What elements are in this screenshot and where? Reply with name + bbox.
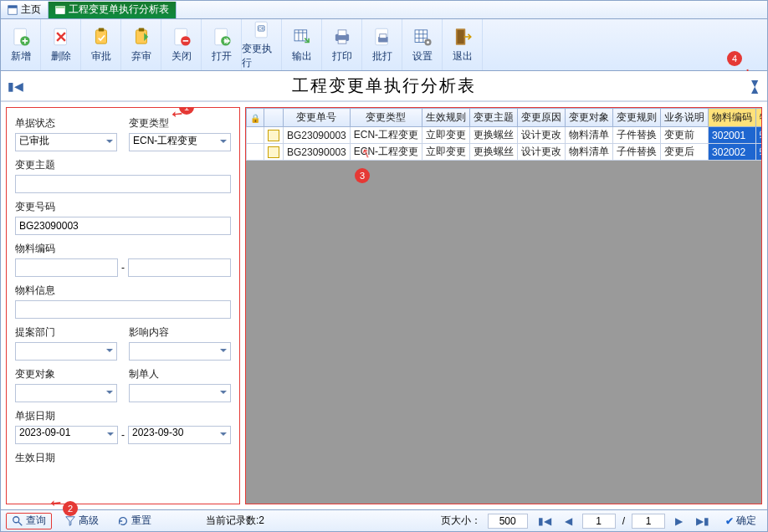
nav-last[interactable]: ▶▮ <box>693 515 713 527</box>
cell-reason: 设计更改 <box>518 127 566 144</box>
svg-rect-7 <box>95 30 106 43</box>
cell-effrule: 立即变更 <box>422 127 470 144</box>
toolbar-export[interactable]: 输出 <box>282 19 322 70</box>
row-check[interactable] <box>264 144 284 161</box>
col-effrule[interactable]: 生效规则 <box>422 109 470 127</box>
label-docdate: 单据日期 <box>15 409 231 423</box>
input-matcode-to[interactable] <box>128 258 231 277</box>
toolbar-open[interactable]: 打开 <box>202 19 242 70</box>
table-row[interactable]: BG23090003ECN-工程变更立即变更更换螺丝设计更改物料清单子件替换变更… <box>247 127 762 144</box>
lock-icon: 🔒 <box>250 114 260 123</box>
status-bar: 查询 高级 重置 当前记录数:2 页大小： ▮◀ ◀ / ▶ ▶▮ ✔ 确定 <box>1 509 767 531</box>
cell-mat: 螺 <box>756 127 761 144</box>
cell-effrule: 立即变更 <box>422 144 470 161</box>
input-pagesize[interactable] <box>488 514 528 529</box>
nav-next[interactable]: ▶ <box>672 515 686 527</box>
input-subject[interactable] <box>15 175 231 193</box>
svg-rect-1 <box>8 5 18 8</box>
row-check[interactable] <box>264 127 284 144</box>
input-page[interactable] <box>582 514 616 529</box>
select-impact[interactable] <box>129 342 231 361</box>
select-creator[interactable] <box>129 384 231 402</box>
svg-rect-3 <box>56 6 65 8</box>
col-lock[interactable]: 🔒 <box>247 109 264 127</box>
col-mat[interactable]: 物 <box>756 109 761 127</box>
input-chgno[interactable] <box>15 217 231 235</box>
col-chgrule[interactable]: 变更规则 <box>613 109 661 127</box>
nav-first[interactable]: ▮◀ <box>535 515 555 527</box>
col-bizdesc[interactable]: 业务说明 <box>661 109 709 127</box>
label-chgno: 变更号码 <box>15 200 231 214</box>
refresh-icon <box>117 515 129 527</box>
input-matcode-from[interactable] <box>15 258 118 277</box>
col-matcode[interactable]: 物料编码 <box>709 109 756 127</box>
select-status[interactable]: 已审批 <box>15 133 117 151</box>
result-grid: 🔒 变更单号 变更类型 生效规则 变更主题 变更原因 变更对象 变更规则 业务说… <box>246 108 761 161</box>
svg-rect-8 <box>98 28 104 31</box>
row-lock <box>247 144 264 161</box>
btn-query[interactable]: 查询 <box>6 513 52 529</box>
callout-4: 4 <box>727 51 742 66</box>
cell-target: 物料清单 <box>566 127 613 144</box>
cell-bizdesc: 变更前 <box>661 127 709 144</box>
toolbar-delete[interactable]: 删除 <box>41 19 81 70</box>
toolbar-close[interactable]: 关闭 <box>161 19 202 70</box>
input-total-pages[interactable] <box>632 514 665 529</box>
checkbox-icon <box>268 130 279 141</box>
btn-ok[interactable]: ✔ 确定 <box>719 513 762 529</box>
date-docdate-from[interactable]: 2023-09-01 <box>15 426 118 444</box>
toolbar-settings[interactable]: 设置 <box>402 19 443 70</box>
toolbar-add[interactable]: 新增 <box>1 19 41 70</box>
btn-reset[interactable]: 重置 <box>111 513 157 529</box>
toolbar-abandon[interactable]: 弃审 <box>121 19 161 70</box>
cell-reason: 设计更改 <box>518 144 566 161</box>
input-matinfo[interactable] <box>15 300 231 319</box>
callout-3: 3 <box>355 168 370 183</box>
collapse-icon[interactable]: ▼▲ <box>749 76 760 96</box>
toolbar-exec[interactable]: OK变更执行 <box>242 19 282 70</box>
grid-panel: 🔒 变更单号 变更类型 生效规则 变更主题 变更原因 变更对象 变更规则 业务说… <box>245 107 762 504</box>
svg-rect-22 <box>338 30 346 36</box>
grid-scroll[interactable]: 🔒 变更单号 变更类型 生效规则 变更主题 变更原因 变更对象 变更规则 业务说… <box>246 108 761 161</box>
label-creator: 制单人 <box>129 367 231 381</box>
tab-home-label: 主页 <box>21 3 41 17</box>
label-impact: 影响内容 <box>129 325 231 340</box>
label-effdate: 生效日期 <box>15 451 231 465</box>
cell-mat: 螺 <box>756 144 761 161</box>
page-title: 工程变更单执行分析表 <box>292 74 476 97</box>
cell-matcode: 302001 <box>709 127 756 144</box>
col-reason[interactable]: 变更原因 <box>518 109 566 127</box>
col-target[interactable]: 变更对象 <box>566 109 613 127</box>
col-subject[interactable]: 变更主题 <box>470 109 518 127</box>
label-matinfo: 物料信息 <box>15 284 231 298</box>
col-chk[interactable] <box>264 109 284 127</box>
label-matcode: 物料编码 <box>15 242 231 256</box>
toolbar-approve[interactable]: 审批 <box>81 19 121 70</box>
tab-report[interactable]: 工程变更单执行分析表 <box>49 2 177 18</box>
svg-point-32 <box>13 516 19 522</box>
col-chgno[interactable]: 变更单号 <box>284 109 351 127</box>
select-chgtype[interactable]: ECN-工程变更 <box>129 133 231 151</box>
table-icon <box>55 5 65 15</box>
nav-prev[interactable]: ◀ <box>561 515 576 527</box>
label-status: 单据状态 <box>15 116 117 130</box>
pagesize-label: 页大小： <box>441 514 481 528</box>
cell-chgtype: ECN-工程变更 <box>350 127 422 144</box>
page-title-bar: ▮◀ 工程变更单执行分析表 ▼▲ <box>1 71 767 101</box>
tab-home[interactable]: 主页 <box>1 2 49 18</box>
select-target[interactable] <box>15 384 117 402</box>
toolbar-exit[interactable]: 退出 <box>443 19 483 70</box>
cell-target: 物料清单 <box>566 144 613 161</box>
nav-first-icon[interactable]: ▮◀ <box>8 79 23 93</box>
label-subject: 变更主题 <box>15 158 231 172</box>
toolbar-print[interactable]: 打印 <box>322 19 362 70</box>
toolbar-batchprint[interactable]: 批打 <box>362 19 402 70</box>
table-row[interactable]: BG23090003ECN-工程变更立即变更更换螺丝设计更改物料清单子件替换变更… <box>247 144 762 161</box>
date-docdate-to[interactable]: 2023-09-30 <box>128 426 231 444</box>
grid-header: 🔒 变更单号 变更类型 生效规则 变更主题 变更原因 变更对象 变更规则 业务说… <box>247 109 762 127</box>
row-lock <box>247 127 264 144</box>
label-target: 变更对象 <box>15 367 117 381</box>
col-chgtype[interactable]: 变更类型 <box>350 109 422 127</box>
cell-bizdesc: 变更后 <box>661 144 709 161</box>
select-dept[interactable] <box>15 342 117 361</box>
